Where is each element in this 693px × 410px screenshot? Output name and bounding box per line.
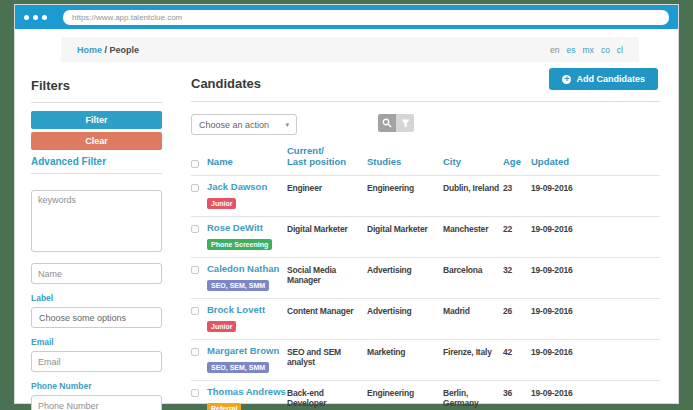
candidate-label-badge: Junior [207, 198, 236, 209]
candidates-panel: Candidates + Add Candidates Choose an ac… [191, 62, 660, 410]
col-header-updated[interactable]: Updated [531, 157, 660, 168]
col-header-city[interactable]: City [443, 157, 503, 168]
search-button[interactable] [378, 114, 396, 132]
cell-updated: 19-09-2016 [531, 222, 660, 235]
candidate-name-link[interactable]: Caledon Nathan [207, 263, 287, 274]
cell-studies: Engineering [367, 181, 443, 194]
cell-city: Berlin, Germany [443, 386, 503, 409]
table-header-row: Name Current/ Last position Studies City… [191, 144, 660, 176]
table-row: Rose DeWitt Phone Screening Digital Mark… [191, 217, 660, 258]
cell-age: 23 [503, 181, 531, 194]
cell-studies: Digital Marketer [367, 222, 443, 235]
cell-position: Social Media Manager [287, 263, 367, 286]
col-header-name[interactable]: Name [207, 157, 287, 168]
cell-city: Firenze, Italy [443, 345, 503, 358]
candidate-label-badge: Junior [207, 321, 236, 332]
breadcrumb-bar: Home / People en es mx co cl [61, 37, 639, 62]
cell-position: Back-end Developer [287, 386, 367, 409]
candidate-label-badge: SEO, SEM, SMM [207, 362, 269, 373]
language-switcher: en es mx co cl [550, 45, 623, 55]
label-select-value: Choose some options [39, 313, 126, 323]
keywords-textarea[interactable] [31, 190, 162, 252]
cell-updated: 19-09-2016 [531, 263, 660, 276]
cell-age: 32 [503, 263, 531, 276]
row-checkbox[interactable] [191, 348, 199, 356]
table-row: Brock Lovett Junior Content Manager Adve… [191, 299, 660, 340]
cell-updated: 19-09-2016 [531, 345, 660, 358]
plus-circle-icon: + [562, 75, 571, 84]
cell-city: Manchester [443, 222, 503, 235]
lang-co[interactable]: co [601, 45, 610, 55]
cell-updated: 19-09-2016 [531, 386, 660, 399]
action-select-value: Choose an action [199, 120, 269, 130]
candidate-label-badge: Referral [207, 403, 241, 410]
lang-mx[interactable]: mx [583, 45, 594, 55]
label-field-label: Label [31, 293, 162, 303]
table-row: Margaret Brown SEO, SEM, SMM SEO and SEM… [191, 340, 660, 381]
cell-age: 36 [503, 386, 531, 399]
phone-field-label: Phone Number [31, 381, 162, 391]
cell-age: 22 [503, 222, 531, 235]
filter-button[interactable]: Filter [31, 111, 162, 129]
row-checkbox[interactable] [191, 225, 199, 233]
col-header-age[interactable]: Age [503, 157, 531, 168]
row-checkbox[interactable] [191, 307, 199, 315]
url-text: https://www.app.talentclue.com [72, 13, 182, 22]
lang-en[interactable]: en [550, 45, 559, 55]
breadcrumb-separator: / [105, 45, 108, 55]
cell-city: Dublin, Ireland [443, 181, 503, 194]
candidate-name-link[interactable]: Rose DeWitt [207, 222, 287, 233]
cell-city: Barcelona [443, 263, 503, 276]
funnel-icon [401, 116, 410, 131]
cell-age: 26 [503, 304, 531, 317]
address-bar[interactable]: https://www.app.talentclue.com [63, 10, 669, 25]
table-tools [378, 114, 414, 132]
lang-cl[interactable]: cl [617, 45, 623, 55]
cell-position: Digital Marketer [287, 222, 367, 235]
filter-funnel-button[interactable] [396, 114, 414, 132]
candidate-label-badge: Phone Screening [207, 239, 272, 250]
col-header-position-line2: Last position [287, 156, 346, 167]
browser-window: https://www.app.talentclue.com Home / Pe… [14, 4, 679, 404]
select-all-checkbox[interactable] [191, 160, 199, 168]
filters-title: Filters [31, 78, 162, 103]
col-header-position-line1: Current/ [287, 145, 324, 156]
email-field-label: Email [31, 337, 162, 347]
candidate-name-link[interactable]: Thomas Andrews [207, 386, 287, 397]
cell-city: Madrid [443, 304, 503, 317]
col-header-position[interactable]: Current/ Last position [287, 146, 367, 168]
clear-button[interactable]: Clear [31, 132, 162, 150]
cell-studies: Marketing [367, 345, 443, 358]
breadcrumb-current: People [110, 45, 140, 55]
row-checkbox[interactable] [191, 184, 199, 192]
col-header-studies[interactable]: Studies [367, 157, 443, 168]
breadcrumb-home-link[interactable]: Home [77, 45, 102, 55]
row-checkbox[interactable] [191, 266, 199, 274]
name-field[interactable] [31, 263, 162, 284]
cell-updated: 19-09-2016 [531, 304, 660, 317]
cell-position: SEO and SEM analyst [287, 345, 367, 368]
cell-age: 42 [503, 345, 531, 358]
row-checkbox[interactable] [191, 389, 199, 397]
add-candidates-label: Add Candidates [576, 74, 645, 84]
cell-studies: Advertising [367, 263, 443, 276]
search-icon [382, 116, 392, 131]
table-row: Thomas Andrews Referral Back-end Develop… [191, 381, 660, 410]
table-row: Caledon Nathan SEO, SEM, SMM Social Medi… [191, 258, 660, 299]
email-field[interactable] [31, 351, 162, 372]
label-select[interactable]: Choose some options [31, 307, 162, 328]
cell-studies: Advertising [367, 304, 443, 317]
add-candidates-button[interactable]: + Add Candidates [549, 68, 658, 90]
window-controls[interactable] [24, 15, 51, 20]
cell-updated: 19-09-2016 [531, 181, 660, 194]
lang-es[interactable]: es [567, 45, 576, 55]
table-row: Jack Dawson Junior Engineer Engineering … [191, 176, 660, 217]
cell-position: Engineer [287, 181, 367, 194]
candidate-name-link[interactable]: Margaret Brown [207, 345, 287, 356]
candidate-name-link[interactable]: Jack Dawson [207, 181, 287, 192]
action-select[interactable]: Choose an action ▾ [191, 114, 297, 135]
filters-panel: Filters Filter Clear Advanced Filter Lab… [31, 62, 162, 410]
candidate-name-link[interactable]: Brock Lovett [207, 304, 287, 315]
phone-field[interactable] [31, 395, 162, 410]
advanced-filter-link[interactable]: Advanced Filter [31, 156, 162, 174]
